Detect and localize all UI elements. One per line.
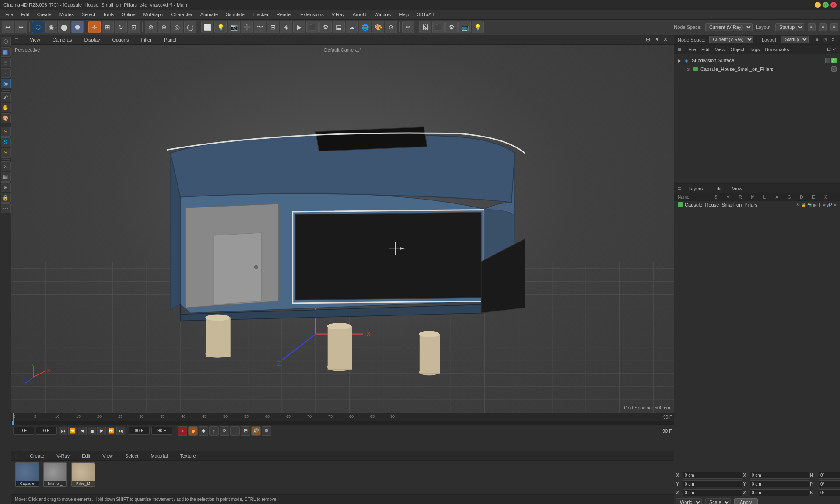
lt-grid-btn[interactable]: ▦ [1, 172, 10, 182]
cube-btn[interactable]: ⬜ [201, 21, 214, 33]
sky-btn[interactable]: ☁ [346, 21, 358, 33]
vp-expand-icon[interactable]: ⊞ [646, 36, 653, 43]
menu-3dtoall[interactable]: 3DToAll [413, 11, 437, 18]
rp-icon-2[interactable]: ⊡ [822, 36, 829, 43]
vp-menu-display[interactable]: Display [81, 36, 102, 43]
mb-menu-texture[interactable]: Texture [178, 452, 199, 459]
om-hamburger[interactable]: ≡ [678, 46, 681, 53]
mb-menu-select[interactable]: Select [122, 452, 141, 459]
playhead-marker[interactable] [13, 413, 14, 421]
undo-btn[interactable]: ↩ [2, 21, 14, 33]
viewport-3d[interactable]: X Y Z [11, 45, 674, 413]
apply-button[interactable]: Apply [734, 498, 758, 504]
menu-modes[interactable]: Modes [56, 11, 77, 18]
close-btn[interactable]: ✕ [830, 2, 836, 8]
menu-vray[interactable]: V-Ray [328, 11, 348, 18]
record-btn[interactable]: ● [178, 426, 187, 436]
select-free-btn[interactable]: ◯ [184, 21, 196, 33]
layer-row-capsule[interactable]: Capsule_House_Small_on_Pillars 👁 🔒 📷 ▶ ⬆… [674, 201, 840, 208]
lt-more-btn[interactable]: ⋯ [1, 203, 10, 213]
material-btn[interactable]: ◈ [280, 21, 292, 33]
light-btn[interactable]: 💡 [214, 21, 227, 33]
menu-mograph[interactable]: MoGraph [140, 11, 167, 18]
menu-tools[interactable]: Tools [99, 11, 118, 18]
timeline-scrubber-area[interactable] [11, 421, 674, 425]
lt-s2-btn[interactable]: S [1, 137, 10, 147]
node-space-right-select[interactable]: Current (V-Ray) [709, 36, 753, 43]
coord-x-rot-input[interactable]: 0 cm [750, 472, 809, 479]
coord-y-rot-input[interactable]: 0 cm [750, 480, 809, 487]
scene-mode-btn[interactable]: ⬤ [58, 21, 70, 33]
layer-icon-lock[interactable]: 🔒 [801, 203, 806, 207]
menu-select[interactable]: Select [78, 11, 99, 18]
vp-render-icon[interactable]: ▼ [654, 36, 662, 43]
layer-icon-star[interactable]: ★ [822, 203, 826, 207]
menu-arnold[interactable]: Arnold [349, 11, 370, 18]
settings-btn[interactable]: ⚙ [445, 21, 458, 33]
scrubber-handle[interactable] [12, 421, 14, 425]
om-menu-file[interactable]: File [688, 47, 696, 52]
lt-model-btn[interactable]: ⬡ [1, 37, 10, 46]
layout-select[interactable]: Startup [775, 23, 804, 31]
obj-tag-2[interactable]: · [831, 66, 836, 72]
menu-window[interactable]: Window [371, 11, 395, 18]
obj-tag-1[interactable] [825, 58, 830, 63]
lt-edge-btn[interactable]: ⊟ [1, 58, 10, 67]
lt-brush-btn[interactable]: 🖌 [1, 92, 10, 102]
orange-btn-1[interactable]: 🔊 [251, 426, 261, 436]
layout-icon2-btn[interactable]: ≡ [819, 23, 827, 31]
play-stop-btn[interactable]: ⏹ [88, 427, 96, 435]
light-bulb-btn[interactable]: 💡 [472, 21, 484, 33]
layers-menu-layers[interactable]: Layers [688, 186, 703, 191]
deform-btn[interactable]: 〜 [254, 21, 266, 33]
add-btn[interactable]: ➕ [241, 21, 253, 33]
settings-anim-btn[interactable]: ⚙ [262, 426, 271, 436]
menu-animate[interactable]: Animate [197, 11, 221, 18]
vp-menu-options[interactable]: Options [110, 36, 132, 43]
layers-menu-view[interactable]: View [732, 186, 742, 191]
menu-help[interactable]: Help [396, 11, 413, 18]
menu-tracker[interactable]: Tracker [249, 11, 272, 18]
menu-simulate[interactable]: Simulate [222, 11, 248, 18]
mb-menu-edit[interactable]: Edit [79, 452, 93, 459]
play-fwd-btn[interactable]: ▶ [97, 427, 106, 435]
layer-icon-play[interactable]: ▶ [813, 203, 817, 207]
rp-icon-3[interactable]: ✕ [830, 36, 836, 43]
om-icon-2[interactable]: ✓ [833, 46, 836, 52]
menu-create[interactable]: Create [34, 11, 55, 18]
move-btn[interactable]: ✛ [88, 21, 101, 33]
minimize-btn[interactable]: _ [815, 2, 821, 8]
rotate-btn[interactable]: ↻ [115, 21, 127, 33]
object-mode-btn[interactable]: ◉ [45, 21, 57, 33]
camera-btn[interactable]: 📷 [228, 21, 240, 33]
select-live-btn[interactable]: ⊗ [145, 21, 157, 33]
next-frame-btn[interactable]: ⏩ [107, 427, 116, 435]
environment-btn[interactable]: 🌐 [359, 21, 371, 33]
cloner-btn[interactable]: ⊞ [267, 21, 279, 33]
end-frame-input[interactable]: 90 F [129, 427, 150, 435]
lt-axis-btn[interactable]: ⊕ [1, 182, 10, 192]
jump-start-btn[interactable]: ⏮ [59, 427, 67, 435]
render-btn[interactable]: ▶ [293, 21, 305, 33]
render-settings-btn[interactable]: ⚙ [319, 21, 332, 33]
prev-frame-btn[interactable]: ⏪ [68, 427, 77, 435]
lt-point-btn[interactable]: · [1, 68, 10, 78]
obj-checkmark-1[interactable]: ✓ [831, 58, 836, 63]
floor-btn[interactable]: ⬓ [332, 21, 345, 33]
material-interior[interactable]: Interior_ [43, 462, 67, 487]
render-pict-btn[interactable]: 🖼 [419, 21, 431, 33]
layout-icons-btn[interactable]: ≡ [808, 23, 816, 31]
lt-paint-btn[interactable]: 🎨 [1, 113, 10, 123]
layer-icon-render[interactable]: 📷 [807, 203, 812, 207]
mb-hamburger[interactable]: ≡ [15, 452, 18, 459]
motion-btn[interactable]: ↑ [209, 426, 219, 436]
maximize-btn[interactable]: □ [822, 2, 829, 8]
animate-mode-btn[interactable]: ⬟ [71, 21, 84, 33]
coord-h-input[interactable]: 0° [819, 472, 840, 479]
layout-icon3-btn[interactable]: ≡ [830, 23, 838, 31]
vp-close-icon[interactable]: ✕ [663, 36, 670, 43]
coord-p-input[interactable]: 0° [819, 480, 840, 487]
render-vp-btn[interactable]: ⬛ [432, 21, 444, 33]
lt-obj-btn[interactable]: ◉ [1, 79, 10, 88]
obj-subdivision-surface[interactable]: ▶ ◈ Subdivision Surface ✓ [676, 56, 838, 65]
